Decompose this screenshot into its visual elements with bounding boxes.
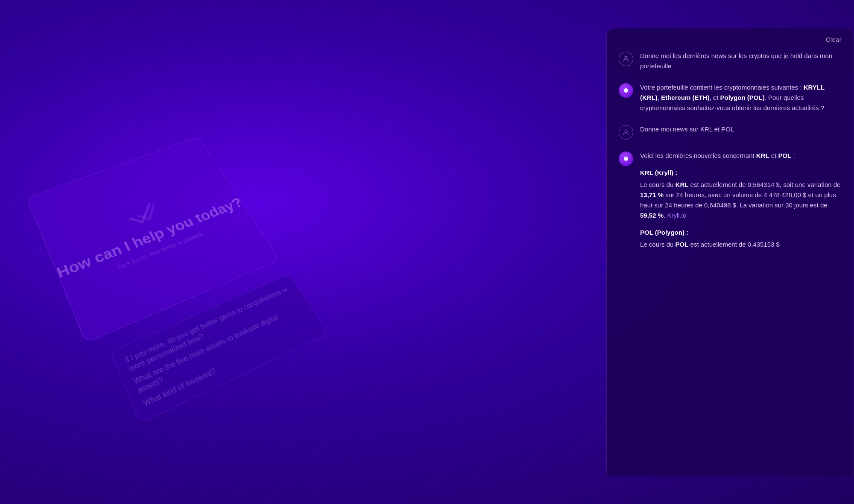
user-icon (622, 55, 630, 63)
message-1-text: Donne moi les dernières news sur les cry… (640, 52, 832, 70)
iso-container: How can I help you today? I'm K (v1.0), … (0, 112, 365, 455)
message-3-text: Donne moi news sur KRL et POL (640, 125, 734, 133)
chat-panel: Clear Donne moi les dernières news sur l… (606, 28, 854, 476)
user-icon-2 (622, 128, 630, 136)
logo-icon (121, 198, 162, 231)
clear-button[interactable]: Clear (826, 36, 842, 43)
kryll-link[interactable]: Kryll.io (667, 212, 686, 219)
iso-area: How can I help you today? I'm K (v1.0), … (0, 0, 333, 504)
pol-title: POL (Polygon) : (640, 227, 842, 238)
message-1: Donne moi les dernières news sur les cry… (619, 51, 842, 71)
ai-dot-2 (624, 157, 628, 161)
message-4-content: Voici les dernières nouvelles concernant… (640, 151, 842, 250)
svg-point-1 (625, 130, 627, 132)
pol-section: POL (Polygon) : Le cours du POL est actu… (640, 227, 842, 250)
avatar-ai-2 (619, 151, 633, 166)
avatar-ai-1 (619, 83, 633, 98)
message-3-content: Donne moi news sur KRL et POL (640, 124, 842, 134)
krl-body: Le cours du KRL est actuellement de 0,56… (640, 180, 842, 221)
pol-body: Le cours du POL est actuellement de 0,43… (640, 239, 842, 250)
message-4-intro: Voici les dernières nouvelles concernant… (640, 151, 842, 161)
message-2-content: Votre portefeuille contient les cryptomo… (640, 82, 842, 113)
svg-point-0 (625, 56, 627, 59)
chat-messages: Donne moi les dernières news sur les cry… (607, 47, 854, 476)
avatar-user-1 (619, 52, 633, 66)
message-3: Donne moi news sur KRL et POL (619, 124, 842, 140)
krl-section: KRL (Kryll) : Le cours du KRL est actuel… (640, 168, 842, 221)
message-4: Voici les dernières nouvelles concernant… (619, 151, 842, 250)
avatar-user-2 (619, 125, 633, 140)
ai-dot (624, 88, 628, 93)
message-2: Votre portefeuille contient les cryptomo… (619, 82, 842, 113)
krl-title: KRL (Kryll) : (640, 168, 842, 178)
message-1-content: Donne moi les dernières news sur les cry… (640, 51, 842, 71)
chat-header: Clear (607, 28, 854, 47)
